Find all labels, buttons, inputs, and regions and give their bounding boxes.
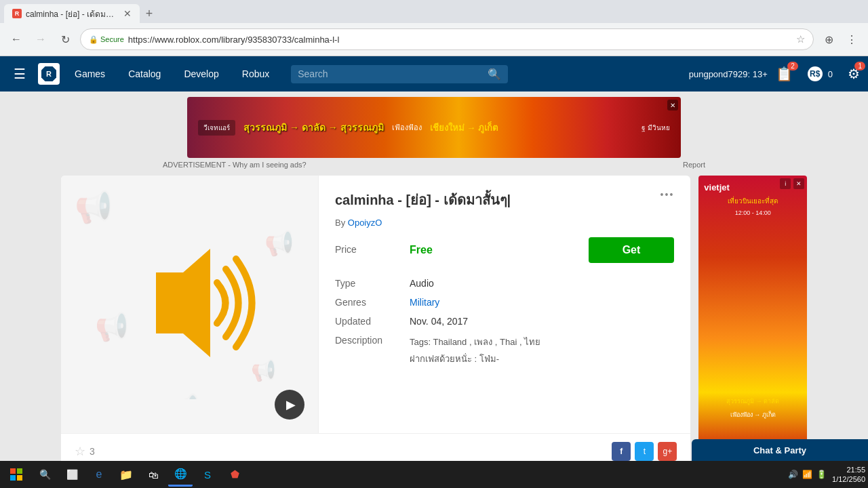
robux-icon: R$ xyxy=(808,66,823,81)
messages-button[interactable]: 📋 2 xyxy=(776,66,793,82)
new-tab-button[interactable]: + xyxy=(140,4,159,23)
menu-button[interactable]: ⋮ xyxy=(842,30,861,49)
forward-button[interactable]: → xyxy=(31,30,50,49)
svg-rect-4 xyxy=(17,468,22,474)
store-button[interactable]: 🛍 xyxy=(141,462,165,487)
reload-button[interactable]: ↻ xyxy=(56,30,75,49)
taskbar-left: 🔍 ⬜ e 📁 🛍 🌐 S ⬟ xyxy=(3,462,247,487)
chat-bar-label: Chat & Party xyxy=(753,445,806,455)
sidebar-ad-text1: เที่ยวบินเยอะที่สุด xyxy=(704,196,802,206)
description-tags: Tags: Thailand , เพลง , Thai , ไทย xyxy=(410,335,674,349)
secure-badge: 🔒 Secure xyxy=(89,35,124,44)
taskbar-search-icon: 🔍 xyxy=(39,469,51,480)
description-content: Tags: Thailand , เพลง , Thai , ไทย ฝากเฟ… xyxy=(410,331,674,370)
updated-label: Updated xyxy=(335,312,410,331)
price-label: Price xyxy=(335,240,410,260)
type-value: Audio xyxy=(410,274,674,293)
content-layout: 📢 📢 📢 📢 📢 xyxy=(0,170,868,474)
ad-notice-text: ADVERTISEMENT - Why am I seeing ads? xyxy=(163,161,307,169)
search-input[interactable] xyxy=(298,68,482,79)
app-button[interactable]: ⬟ xyxy=(222,462,247,487)
asset-image-area: 📢 📢 📢 📢 📢 xyxy=(61,176,319,433)
url-text: https://www.roblox.com/library/935830733… xyxy=(128,35,792,45)
taskbar-right: 🔊 📶 🔋 21:55 1/12/2560 xyxy=(788,465,865,485)
description-text: ฝากเฟสด้วยหนั่ะ : โฟ่ม- xyxy=(410,352,674,366)
audio-icon xyxy=(115,235,264,373)
chat-party-bar[interactable]: Chat & Party xyxy=(692,439,868,461)
updated-row: Updated Nov. 04, 2017 xyxy=(335,312,674,331)
lock-icon: 🔒 xyxy=(89,35,98,44)
author-link[interactable]: OpoiyzO xyxy=(348,218,382,228)
asset-metadata-grid: Type Audio Genres Military Updated Nov. … xyxy=(335,274,674,370)
sidebar-ad-text4: เฟ้องฟ้อง → ภูเก็ต xyxy=(704,410,802,420)
search-bar[interactable]: 🔍 xyxy=(291,65,508,83)
settings-badge: 1 xyxy=(854,62,865,70)
clock-display[interactable]: 21:55 1/12/2560 xyxy=(832,465,865,485)
url-bar[interactable]: 🔒 Secure https://www.roblox.com/library/… xyxy=(80,28,814,50)
bookmark-icon[interactable]: ☆ xyxy=(796,33,805,45)
robux-count: 0 xyxy=(828,69,833,79)
sidebar-ad-close[interactable]: ✕ xyxy=(793,178,804,189)
search-icon[interactable]: 🔍 xyxy=(488,68,501,81)
start-button[interactable] xyxy=(3,462,30,487)
social-share-buttons: f t g+ xyxy=(612,442,677,461)
games-nav-link[interactable]: Games xyxy=(66,63,113,85)
genres-label: Genres xyxy=(335,293,410,312)
tab-favicon: R xyxy=(12,9,22,18)
play-button[interactable]: ▶ xyxy=(275,390,304,420)
more-options-button[interactable]: ••• xyxy=(660,189,675,200)
chrome-browser-button[interactable]: 🌐 xyxy=(168,462,193,487)
rating-area: ☆ 3 xyxy=(75,444,95,459)
roblox-navbar: ☰ R Games Catalog Develop Robux 🔍 pungpo… xyxy=(0,56,868,92)
store-icon: 🛍 xyxy=(149,469,159,481)
googleplus-share-button[interactable]: g+ xyxy=(658,442,677,461)
roblox-logo[interactable]: R xyxy=(38,63,60,85)
taskbar-search-button[interactable]: 🔍 xyxy=(33,462,57,487)
settings-button[interactable]: ⚙ 1 xyxy=(848,66,860,82)
price-value: Free xyxy=(410,240,589,260)
type-label: Type xyxy=(335,274,410,293)
active-tab[interactable]: R calminha - [ย่อ] - เด้ดมาสั้นๆ ✕ xyxy=(4,4,140,23)
secure-text: Secure xyxy=(100,35,124,43)
report-ad-button[interactable]: Report xyxy=(683,161,705,169)
back-button[interactable]: ← xyxy=(7,30,26,49)
hamburger-menu[interactable]: ☰ xyxy=(8,60,31,87)
asset-details-grid: Price Free xyxy=(335,240,589,260)
price-row: Price Free xyxy=(335,240,589,260)
updated-value: Nov. 04, 2017 xyxy=(410,312,674,331)
develop-nav-link[interactable]: Develop xyxy=(176,63,226,85)
skype-button[interactable]: S xyxy=(195,462,220,487)
edge-browser-button[interactable]: e xyxy=(87,462,111,487)
extensions-button[interactable]: ⊕ xyxy=(819,30,838,49)
tab-close-button[interactable]: ✕ xyxy=(123,8,132,19)
description-label: Description xyxy=(335,331,410,370)
tray-icon-3: 🔋 xyxy=(816,470,827,479)
robux-button[interactable]: R$ 0 xyxy=(808,66,833,81)
task-view-button[interactable]: ⬜ xyxy=(60,462,84,487)
play-icon: ▶ xyxy=(286,397,296,412)
facebook-share-button[interactable]: f xyxy=(612,442,631,461)
tray-icon-2: 📶 xyxy=(802,470,812,479)
sidebar-ad: i ✕ vietjet เที่ยวบินเยอะที่สุด 12:00 - … xyxy=(698,176,807,469)
get-button[interactable]: Get xyxy=(589,237,675,263)
chrome-icon: 🌐 xyxy=(174,468,187,480)
rating-count: 3 xyxy=(90,446,95,457)
app-icon: ⬟ xyxy=(231,468,239,481)
svg-marker-2 xyxy=(156,249,210,357)
tab-bar: R calminha - [ย่อ] - เด้ดมาสั้นๆ ✕ + xyxy=(0,0,868,23)
file-explorer-button[interactable]: 📁 xyxy=(114,462,138,487)
catalog-nav-link[interactable]: Catalog xyxy=(120,63,169,85)
file-explorer-icon: 📁 xyxy=(119,468,133,481)
ad-close-button[interactable]: ✕ xyxy=(667,100,678,110)
task-view-icon: ⬜ xyxy=(66,469,78,480)
star-icon[interactable]: ☆ xyxy=(75,444,85,459)
ad-banner: วีเจทแอร์ สุวรรณภูมิ → ดาลัด → สุวรรณภูม… xyxy=(187,97,681,158)
svg-rect-6 xyxy=(17,475,22,481)
sidebar-ad-info[interactable]: i xyxy=(780,178,791,189)
address-bar: ← → ↻ 🔒 Secure https://www.roblox.com/li… xyxy=(0,23,868,56)
robux-nav-link[interactable]: Robux xyxy=(234,63,277,85)
browser-chrome: R calminha - [ย่อ] - เด้ดมาสั้นๆ ✕ + ← →… xyxy=(0,0,868,56)
genre-value[interactable]: Military xyxy=(410,293,674,312)
twitter-share-button[interactable]: t xyxy=(635,442,654,461)
sidebar-ad-image: i ✕ vietjet เที่ยวบินเยอะที่สุด 12:00 - … xyxy=(698,176,807,447)
